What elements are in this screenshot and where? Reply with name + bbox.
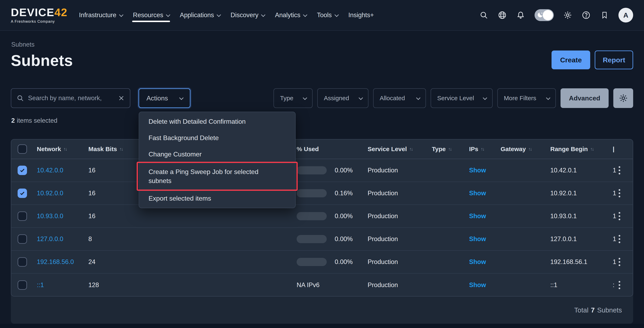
mask-bits-cell: 16: [85, 213, 139, 220]
used-cell: 0.16%: [291, 189, 362, 197]
used-cell: 0.00%: [291, 212, 362, 220]
chevron-down-icon: [546, 95, 550, 100]
search-input[interactable]: [28, 94, 114, 102]
row-checkbox[interactable]: [18, 166, 27, 175]
menu-item-fast-background-delete[interactable]: Fast Background Delete: [139, 130, 295, 146]
top-navigation-bar: DEVICE42 A Freshworks Company Infrastruc…: [0, 0, 644, 31]
range-end-clipped-cell: 1: [607, 190, 617, 197]
column-header-service-level[interactable]: Service Level↑↓: [362, 146, 426, 153]
row-checkbox[interactable]: [18, 257, 27, 267]
select-all-checkbox[interactable]: [18, 144, 27, 154]
search-icon: [16, 94, 24, 102]
search-icon[interactable]: [479, 11, 488, 20]
filter-assigned[interactable]: Assigned: [317, 88, 368, 108]
column-header-ips[interactable]: IPs↑↓: [463, 146, 495, 153]
theme-toggle[interactable]: [534, 9, 554, 21]
actions-dropdown-button[interactable]: Actions: [138, 88, 190, 108]
search-box[interactable]: [11, 88, 130, 108]
nav-item-tools[interactable]: Tools: [317, 0, 338, 30]
show-ips-link[interactable]: Show: [469, 167, 486, 174]
range-end-clipped-cell: :: [607, 281, 617, 289]
device42-logo[interactable]: DEVICE42 A Freshworks Company: [11, 7, 68, 24]
used-cell: NA IPv6: [291, 281, 362, 289]
column-header-network[interactable]: Network↑↓: [33, 146, 85, 153]
column-header-type[interactable]: Type↑↓: [426, 146, 463, 153]
nav-item-analytics[interactable]: Analytics: [275, 0, 306, 30]
mask-bits-cell: 24: [85, 258, 139, 266]
usage-bar: [297, 235, 327, 243]
range-end-clipped-cell: 1: [607, 213, 617, 220]
network-link[interactable]: ::1: [37, 281, 44, 289]
service-level-cell: Production: [362, 281, 426, 289]
table-footer: Total 7 Subnets: [11, 297, 633, 324]
table-row: 192.168.56.0 24 0.00% Production Show 19…: [11, 251, 633, 274]
advanced-button[interactable]: Advanced: [560, 88, 608, 108]
nav-item-applications[interactable]: Applications: [180, 0, 220, 30]
nav-item-infrastructure[interactable]: Infrastructure: [79, 0, 122, 30]
bell-icon[interactable]: [516, 11, 525, 20]
row-checkbox[interactable]: [18, 234, 27, 244]
row-checkbox[interactable]: [18, 280, 27, 290]
row-menu-button[interactable]: [617, 188, 633, 199]
gear-icon[interactable]: [563, 11, 572, 20]
sort-icon: ↑↓: [120, 146, 123, 152]
page-head-actions: Create Report: [552, 50, 633, 69]
row-menu-button[interactable]: [617, 233, 633, 245]
range-end-clipped-cell: 1: [607, 235, 617, 243]
menu-item-change-customer[interactable]: Change Customer: [139, 146, 295, 162]
filter-allocated[interactable]: Allocated: [373, 88, 426, 108]
usage-bar: [297, 212, 327, 220]
show-ips-link[interactable]: Show: [469, 258, 486, 266]
column-header-range-begin[interactable]: Range Begin↑↓: [544, 146, 607, 153]
used-cell: 0.00%: [291, 235, 362, 243]
filter-service-level[interactable]: Service Level: [431, 88, 492, 108]
network-link[interactable]: 192.168.56.0: [37, 258, 74, 266]
network-link[interactable]: 10.92.0.0: [37, 190, 63, 197]
nav-item-insights-plus[interactable]: Insights+: [348, 0, 374, 30]
column-header-mask-bits[interactable]: Mask Bits↑↓: [85, 146, 139, 153]
clear-search-icon[interactable]: [118, 95, 124, 101]
nav-item-discovery[interactable]: Discovery: [230, 0, 264, 30]
show-ips-link[interactable]: Show: [469, 213, 486, 220]
filter-more-filters[interactable]: More Filters: [497, 88, 556, 108]
show-ips-link[interactable]: Show: [469, 281, 486, 289]
help-icon[interactable]: [582, 11, 590, 20]
row-menu-button[interactable]: [617, 256, 633, 268]
filter-type[interactable]: Type: [274, 88, 312, 108]
sort-icon: ↑↓: [409, 146, 413, 152]
show-ips-link[interactable]: Show: [469, 235, 486, 243]
column-header-range-end-clipped: |: [607, 146, 617, 153]
column-header-gateway[interactable]: Gateway↑↓: [495, 146, 544, 153]
avatar[interactable]: A: [618, 8, 633, 22]
row-menu-button[interactable]: [617, 210, 633, 222]
network-link[interactable]: 10.93.0.0: [37, 213, 63, 220]
table-header-row: Network↑↓ Mask Bits↑↓ % Used Service Lev…: [11, 139, 633, 159]
network-link[interactable]: 127.0.0.0: [37, 235, 63, 243]
bookmark-icon[interactable]: [600, 11, 609, 20]
create-button[interactable]: Create: [552, 50, 590, 69]
menu-item-create-ping-sweep-job[interactable]: Create a Ping Sweep Job for selected sub…: [139, 162, 295, 190]
row-checkbox[interactable]: [18, 189, 27, 198]
selection-count: 2items selected: [11, 117, 57, 124]
mask-bits-cell: 8: [85, 235, 139, 243]
network-link[interactable]: 10.42.0.0: [37, 167, 63, 174]
sort-icon: ↑↓: [448, 146, 452, 152]
nav-item-resources[interactable]: Resources: [133, 0, 169, 30]
report-button[interactable]: Report: [595, 50, 633, 69]
show-ips-link[interactable]: Show: [469, 190, 486, 197]
table-settings-button[interactable]: [613, 88, 633, 108]
row-menu-button[interactable]: [617, 279, 633, 291]
row-checkbox[interactable]: [18, 211, 27, 221]
globe-icon[interactable]: [498, 11, 507, 20]
chevron-down-icon: [261, 12, 265, 17]
logo-text: DEVICE42: [11, 7, 68, 18]
sort-icon: ↑↓: [481, 146, 484, 152]
menu-item-export-selected[interactable]: Export selected items: [139, 190, 295, 207]
range-begin-cell: 10.93.0.1: [544, 213, 607, 220]
page-title: Subnets: [11, 51, 73, 69]
breadcrumb[interactable]: Subnets: [11, 41, 34, 48]
subnets-panel: Network↑↓ Mask Bits↑↓ % Used Service Lev…: [11, 139, 633, 324]
row-menu-button[interactable]: [617, 165, 633, 176]
subnets-table: Network↑↓ Mask Bits↑↓ % Used Service Lev…: [11, 139, 633, 297]
menu-item-delete-detailed[interactable]: Delete with Detailed Confirmation: [139, 113, 295, 130]
